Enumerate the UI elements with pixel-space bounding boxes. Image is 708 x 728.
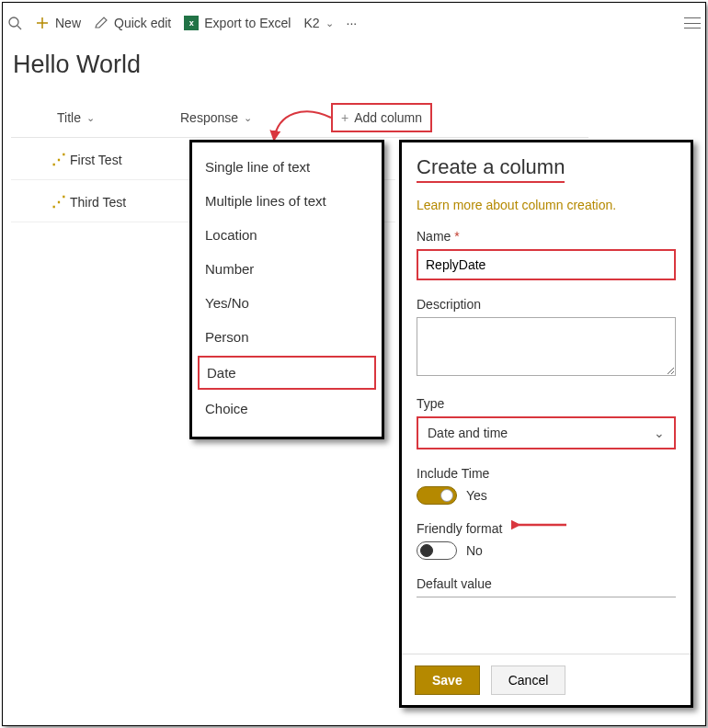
type-select[interactable]: Date and time ⌄ [417, 416, 676, 449]
create-column-panel: Create a column Learn more about column … [399, 140, 693, 708]
plus-icon [35, 16, 50, 30]
svg-line-1 [17, 26, 21, 29]
save-button[interactable]: Save [415, 665, 480, 695]
new-item-icon: ⋰ [51, 193, 66, 210]
search-button[interactable] [7, 16, 22, 30]
cell-title: Third Test [70, 195, 189, 210]
overflow-menu[interactable]: ··· [347, 16, 358, 30]
chevron-down-icon: ⌄ [654, 426, 665, 440]
name-input[interactable] [417, 249, 676, 280]
cancel-button[interactable]: Cancel [491, 665, 566, 695]
include-time-label: Include Time [417, 466, 676, 481]
learn-more-link[interactable]: Learn more about column creation. [417, 198, 676, 212]
description-label: Description [417, 297, 676, 312]
quick-edit-label: Quick edit [114, 16, 171, 30]
excel-icon: x [184, 16, 199, 30]
new-item-icon: ⋰ [51, 151, 66, 168]
type-option-number[interactable]: Number [192, 252, 382, 286]
friendly-format-text: No [466, 543, 483, 558]
chevron-down-icon: ⌄ [244, 112, 252, 124]
add-column-label: Add column [354, 110, 422, 125]
friendly-format-toggle[interactable] [417, 541, 457, 560]
add-column-button[interactable]: + Add column [331, 103, 432, 132]
panel-toggle[interactable] [684, 17, 701, 28]
friendly-format-label: Friendly format [417, 521, 676, 536]
column-header-title-label: Title [57, 110, 81, 125]
export-excel-button[interactable]: x Export to Excel [184, 16, 291, 30]
type-option-choice[interactable]: Choice [192, 392, 382, 426]
column-header-response[interactable]: Response ⌄ [180, 110, 252, 125]
command-bar: New Quick edit x Export to Excel K2 ⌄ ··… [7, 9, 701, 37]
type-option-single-line[interactable]: Single line of text [192, 150, 382, 184]
quick-edit-button[interactable]: Quick edit [94, 16, 171, 30]
k2-label: K2 [303, 16, 319, 30]
panel-footer: Save Cancel [402, 654, 691, 705]
type-option-yesno[interactable]: Yes/No [192, 286, 382, 320]
k2-menu[interactable]: K2 ⌄ [303, 16, 333, 30]
column-type-menu: Single line of text Multiple lines of te… [189, 140, 384, 439]
default-value-input-top[interactable] [417, 597, 676, 597]
svg-point-0 [9, 17, 18, 27]
header-divider [11, 137, 588, 138]
chevron-down-icon: ⌄ [325, 17, 334, 29]
new-button[interactable]: New [35, 16, 81, 30]
name-label: Name * [417, 229, 676, 244]
cell-title: First Test [70, 153, 189, 167]
panel-title: Create a column [417, 155, 565, 183]
new-label: New [55, 16, 81, 30]
type-option-person[interactable]: Person [192, 320, 382, 354]
type-label: Type [417, 396, 676, 411]
description-input[interactable] [417, 317, 676, 376]
column-header-response-label: Response [180, 110, 238, 125]
include-time-text: Yes [466, 488, 487, 503]
type-option-date[interactable]: Date [198, 356, 376, 390]
type-select-value: Date and time [428, 426, 508, 440]
type-option-location[interactable]: Location [192, 218, 382, 252]
default-value-label: Default value [417, 576, 676, 591]
include-time-toggle[interactable] [417, 486, 457, 505]
export-label: Export to Excel [204, 16, 291, 30]
search-icon [7, 16, 22, 30]
type-option-multi-line[interactable]: Multiple lines of text [192, 184, 382, 218]
plus-icon: + [341, 110, 348, 125]
column-header-title[interactable]: Title ⌄ [57, 110, 95, 125]
ellipsis-icon: ··· [347, 16, 358, 30]
pencil-icon [94, 16, 108, 30]
page-title: Hello World [13, 51, 141, 79]
hamburger-icon [684, 17, 701, 28]
chevron-down-icon: ⌄ [86, 112, 95, 124]
